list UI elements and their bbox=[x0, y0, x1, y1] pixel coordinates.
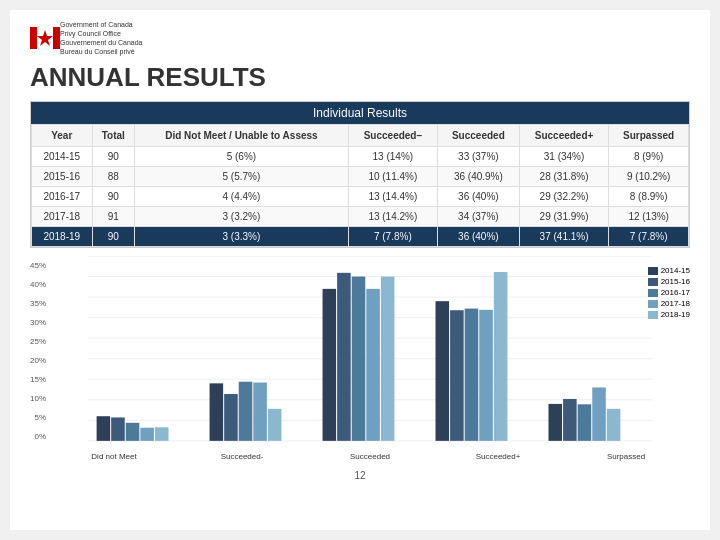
bar bbox=[210, 384, 224, 442]
canada-flag-icon bbox=[30, 27, 60, 49]
col-did-not-meet: Did Not Meet / Unable to Assess bbox=[135, 125, 349, 147]
legend-item: 2014-15 bbox=[648, 266, 690, 275]
y-axis-label: 0% bbox=[34, 432, 46, 441]
legend-color bbox=[648, 300, 658, 308]
legend-label: 2017-18 bbox=[661, 299, 690, 308]
bar bbox=[381, 277, 395, 441]
x-axis-label: Did not Meet bbox=[50, 452, 178, 461]
bar bbox=[479, 310, 493, 441]
bar bbox=[549, 404, 563, 441]
legend-color bbox=[648, 278, 658, 286]
x-labels: Did not MeetSucceeded-SucceededSucceeded… bbox=[50, 452, 690, 461]
legend-color bbox=[648, 267, 658, 275]
col-succeeded-plus: Succeeded+ bbox=[519, 125, 609, 147]
y-axis-label: 10% bbox=[30, 394, 46, 403]
x-axis-label: Succeeded bbox=[306, 452, 434, 461]
x-axis-label: Succeeded- bbox=[178, 452, 306, 461]
x-axis-label: Surpassed bbox=[562, 452, 690, 461]
bar bbox=[352, 277, 366, 441]
y-axis-label: 45% bbox=[30, 261, 46, 270]
logo-text: Government of Canada Privy Council Offic… bbox=[60, 20, 143, 56]
bar bbox=[337, 273, 351, 441]
bar bbox=[140, 428, 154, 441]
bar bbox=[239, 382, 253, 441]
page: Government of Canada Privy Council Offic… bbox=[10, 10, 710, 530]
svg-rect-0 bbox=[30, 27, 37, 49]
table-title: Individual Results bbox=[31, 102, 689, 124]
table-body: 2014-15905 (6%)13 (14%)33 (37%)31 (34%)8… bbox=[32, 147, 689, 247]
bar bbox=[323, 289, 337, 441]
y-axis-label: 5% bbox=[34, 413, 46, 422]
bar bbox=[450, 311, 464, 442]
results-table: Year Total Did Not Meet / Unable to Asse… bbox=[31, 124, 689, 247]
bar bbox=[607, 409, 621, 441]
bar bbox=[366, 289, 380, 441]
col-succeeded-minus: Succeeded– bbox=[348, 125, 437, 147]
bar bbox=[465, 309, 479, 441]
legend-item: 2018-19 bbox=[648, 310, 690, 319]
bar bbox=[578, 405, 592, 442]
page-number: 12 bbox=[30, 470, 690, 481]
col-surpassed: Surpassed bbox=[609, 125, 689, 147]
col-total: Total bbox=[92, 125, 135, 147]
legend-label: 2018-19 bbox=[661, 310, 690, 319]
legend-label: 2015-16 bbox=[661, 277, 690, 286]
bar bbox=[111, 418, 125, 441]
bar bbox=[253, 383, 267, 441]
bar bbox=[436, 302, 450, 442]
bar bbox=[155, 428, 169, 442]
svg-rect-1 bbox=[53, 27, 60, 49]
table-row: 2018-19903 (3.3%)7 (7.8%)36 (40%)37 (41.… bbox=[32, 227, 689, 247]
legend-label: 2016-17 bbox=[661, 288, 690, 297]
results-table-container: Individual Results Year Total Did Not Me… bbox=[30, 101, 690, 248]
table-row: 2015-16885 (5.7%)10 (11.4%)36 (40.9%)28 … bbox=[32, 167, 689, 187]
y-axis-label: 35% bbox=[30, 299, 46, 308]
legend-color bbox=[648, 289, 658, 297]
y-axis-label: 15% bbox=[30, 375, 46, 384]
x-axis-label: Succeeded+ bbox=[434, 452, 562, 461]
y-axis-label: 20% bbox=[30, 356, 46, 365]
table-header-row: Year Total Did Not Meet / Unable to Asse… bbox=[32, 125, 689, 147]
y-axis: 45%40%35%30%25%20%15%10%5%0% bbox=[30, 261, 50, 441]
legend-color bbox=[648, 311, 658, 319]
bar bbox=[126, 423, 140, 441]
bar bbox=[563, 399, 577, 441]
table-row: 2016-17904 (4.4%)13 (14.4%)36 (40%)29 (3… bbox=[32, 187, 689, 207]
bar bbox=[494, 272, 508, 441]
legend-item: 2015-16 bbox=[648, 277, 690, 286]
legend-item: 2017-18 bbox=[648, 299, 690, 308]
page-title: ANNUAL RESULTS bbox=[30, 62, 690, 93]
header: Government of Canada Privy Council Offic… bbox=[30, 20, 690, 56]
legend-label: 2014-15 bbox=[661, 266, 690, 275]
bar bbox=[224, 394, 238, 441]
chart-inner: Did not MeetSucceeded-SucceededSucceeded… bbox=[50, 256, 690, 466]
table-row: 2017-18913 (3.2%)13 (14.2%)34 (37%)29 (3… bbox=[32, 207, 689, 227]
bar-chart bbox=[50, 256, 690, 446]
y-axis-label: 25% bbox=[30, 337, 46, 346]
legend-item: 2016-17 bbox=[648, 288, 690, 297]
bar bbox=[268, 409, 282, 441]
logo: Government of Canada Privy Council Offic… bbox=[30, 20, 143, 56]
bar bbox=[592, 388, 606, 441]
chart-area: 45%40%35%30%25%20%15%10%5%0% Did not Mee… bbox=[30, 256, 690, 466]
col-succeeded: Succeeded bbox=[437, 125, 519, 147]
y-axis-label: 30% bbox=[30, 318, 46, 327]
y-axis-label: 40% bbox=[30, 280, 46, 289]
table-row: 2014-15905 (6%)13 (14%)33 (37%)31 (34%)8… bbox=[32, 147, 689, 167]
chart-legend: 2014-152015-162016-172017-182018-19 bbox=[648, 266, 690, 321]
col-year: Year bbox=[32, 125, 93, 147]
bar bbox=[97, 417, 111, 442]
